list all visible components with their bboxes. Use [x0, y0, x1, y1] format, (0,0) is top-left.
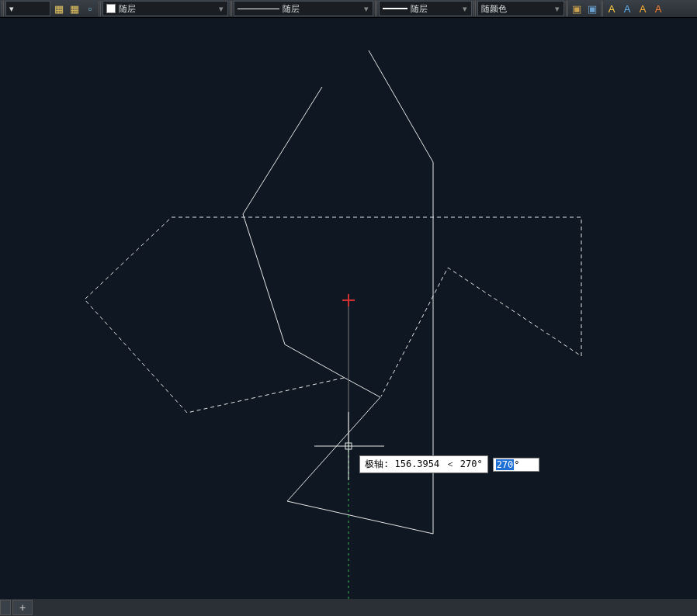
- triangle-icon: ▾: [219, 4, 224, 14]
- linetype-dropdown[interactable]: 随层 ▾: [234, 1, 373, 16]
- lineweight-label: 随层: [411, 3, 428, 15]
- layout-tabstrip: +: [0, 599, 697, 616]
- plotcolor-dropdown[interactable]: 随颜色 ▾: [477, 1, 564, 16]
- layer-state-dropdown[interactable]: ▾: [5, 1, 50, 16]
- triangle-icon: ▾: [555, 4, 560, 14]
- toolbar-grip[interactable]: [375, 1, 377, 16]
- toolbar-grip[interactable]: [473, 1, 476, 16]
- linetype-label: 随层: [283, 3, 300, 15]
- text-mtext-icon[interactable]: A: [620, 2, 634, 16]
- layer-previous-icon[interactable]: ▦: [68, 2, 81, 16]
- text-field-icon[interactable]: A: [651, 2, 665, 16]
- text-style-icon[interactable]: A: [636, 2, 650, 16]
- triangle-icon: ▾: [463, 4, 468, 14]
- plotcolor-label: 随颜色: [481, 3, 507, 15]
- toolbar-grip[interactable]: [601, 1, 603, 16]
- toolbar-grip[interactable]: [230, 1, 232, 16]
- tab-scroll-left[interactable]: [0, 600, 11, 615]
- color-swatch-icon: [106, 4, 116, 13]
- text-find-icon[interactable]: A: [605, 2, 619, 16]
- layer-add-icon[interactable]: ▫: [83, 2, 97, 16]
- polar-readout: 极轴: 156.3954 ＜ 270°: [359, 455, 488, 473]
- linetype-preview-icon: [238, 9, 279, 9]
- lineweight-dropdown[interactable]: 随层 ▾: [379, 1, 472, 16]
- toolbar-grip[interactable]: [2, 1, 4, 16]
- triangle-icon: ▾: [9, 4, 14, 14]
- toolbar-grip[interactable]: [99, 1, 101, 16]
- plus-icon: +: [19, 601, 26, 614]
- layer-manager-icon[interactable]: ▦: [52, 2, 66, 16]
- triangle-icon: ▾: [364, 4, 369, 14]
- block-define-icon[interactable]: ▣: [585, 2, 599, 16]
- drawing-svg: [0, 18, 697, 600]
- dashed-polyline: [85, 217, 581, 413]
- toolbar-grip[interactable]: [566, 1, 568, 16]
- block-insert-icon[interactable]: ▣: [570, 2, 584, 16]
- angle-input[interactable]: 270°: [493, 458, 539, 472]
- add-layout-tab[interactable]: +: [12, 600, 33, 615]
- drawing-area[interactable]: 极轴: 156.3954 ＜ 270° 270°: [0, 18, 697, 600]
- dynamic-input-tooltip: 极轴: 156.3954 ＜ 270° 270°: [359, 455, 539, 473]
- properties-toolbar: ▾ ▦ ▦ ▫ 随层 ▾ 随层 ▾ 随层 ▾ 随颜色 ▾ ▣ ▣ A A A A: [0, 0, 697, 18]
- rotation-pivot-marker: [342, 294, 355, 306]
- color-label: 随层: [119, 3, 136, 15]
- color-dropdown[interactable]: 随层 ▾: [102, 1, 228, 16]
- lineweight-preview-icon: [383, 8, 407, 9]
